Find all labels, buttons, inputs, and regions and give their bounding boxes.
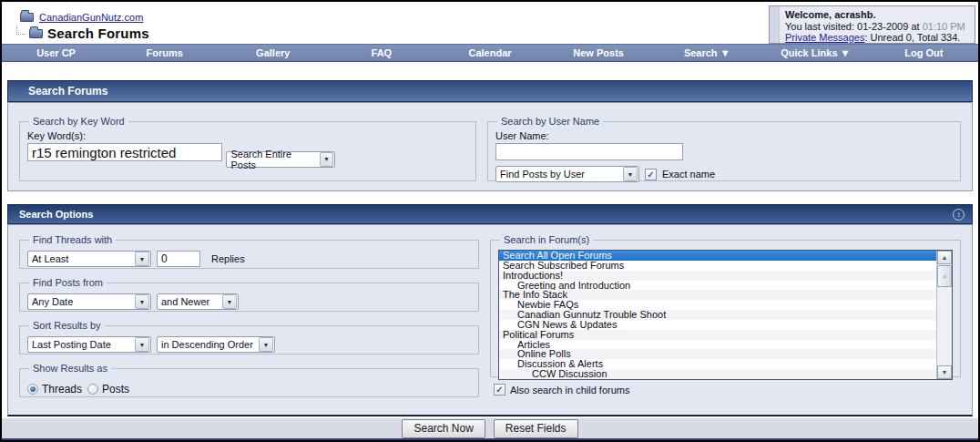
top-header: CanadianGunNutz.com Search Forums Welcom… [2, 2, 978, 44]
radio-label: Threads [42, 383, 82, 396]
scroll-up-icon[interactable]: ▲ [937, 251, 952, 264]
breadcrumb: CanadianGunNutz.com [20, 12, 143, 23]
chevron-down-icon: ▼ [135, 252, 149, 266]
show-results-fieldset: Show Results as Threads Posts [19, 363, 479, 397]
site-home-link[interactable]: CanadianGunNutz.com [39, 12, 143, 23]
tree-connector-icon [16, 26, 25, 35]
private-messages-link[interactable]: Private Messages [785, 32, 864, 43]
main-navbar: User CPForumsGalleryFAQCalendarNew Posts… [2, 44, 978, 62]
sort-results-fieldset: Sort Results by Last Posting Date ▼ in D… [19, 320, 479, 355]
scrollbar-thumb[interactable]: ≡ [937, 265, 952, 287]
child-forums-label: Also search in child forums [510, 385, 629, 396]
replies-count-input[interactable] [157, 251, 200, 267]
forum-list-item[interactable]: Political Forums [499, 330, 936, 340]
nav-item[interactable]: Quick Links ▼ [761, 47, 870, 58]
forum-list-item[interactable]: CCW Discussion [499, 369, 936, 379]
exact-name-label: Exact name [662, 169, 715, 180]
username-label: User Name: [495, 130, 953, 141]
sort-field-select[interactable]: Last Posting Date ▼ [27, 336, 151, 353]
find-threads-legend: Find Threads with [29, 234, 116, 245]
search-scope-select[interactable]: Search Entire Posts ▼ [226, 151, 335, 168]
sort-field-value: Last Posting Date [32, 339, 111, 350]
welcome-box-strip [770, 6, 780, 43]
find-posts-from-legend: Find Posts from [29, 277, 107, 288]
nav-item[interactable]: Gallery [219, 47, 327, 58]
user-search-mode-select[interactable]: Find Posts by User ▼ [495, 166, 639, 182]
forum-listbox: Search All Open ForumsSearch Subscribed … [498, 250, 953, 380]
find-threads-fieldset: Find Threads with At Least ▼ Replies [19, 234, 479, 269]
last-visited-text: You last visited: 01-23-2009 at [785, 21, 920, 32]
nav-item[interactable]: Search ▼ [653, 47, 761, 58]
forum-list-item[interactable]: Introductions! [499, 271, 936, 281]
chevron-down-icon: ▼ [623, 167, 638, 181]
forum-list-scrollbar[interactable]: ▲ ≡ ▼ [936, 251, 952, 379]
show-results-radio[interactable] [87, 384, 98, 395]
search-criteria-panel: Search by Key Word Key Word(s): Search E… [7, 102, 973, 191]
keyword-fieldset: Search by Key Word Key Word(s): Search E… [19, 116, 476, 181]
search-in-forums-fieldset: Search in Forum(s) Search All Open Forum… [490, 234, 961, 377]
welcome-box: Welcome, acrashb. You last visited: 01-2… [769, 5, 975, 44]
date-range-value: Any Date [32, 296, 73, 307]
username-input[interactable] [495, 143, 683, 160]
forum-list-item[interactable]: CGN News & Updates [499, 320, 936, 330]
chevron-down-icon: ▼ [320, 152, 334, 167]
forum-list-item[interactable]: Discussion & Alerts [499, 359, 936, 369]
search-scope-value: Search Entire Posts [230, 149, 318, 170]
nav-item[interactable]: New Posts [545, 47, 653, 58]
nav-item[interactable]: Log Out [870, 47, 978, 58]
nav-item[interactable]: User CP [2, 47, 110, 58]
last-visited-time: 01:10 PM [923, 21, 965, 32]
search-forums-page: CanadianGunNutz.com Search Forums Welcom… [0, 0, 980, 442]
date-direction-value: and Newer [161, 296, 209, 307]
chevron-down-icon: ▼ [259, 337, 273, 352]
keyword-legend: Search by Key Word [29, 116, 128, 127]
section-title: Search Forums [28, 85, 107, 98]
section-title: Search Options [19, 209, 93, 220]
forum-list-item[interactable]: Search Subscribed Forums [499, 261, 936, 271]
reset-fields-button[interactable]: Reset Fields [494, 419, 578, 438]
child-forums-checkbox[interactable]: ✓ [494, 384, 505, 396]
sort-results-legend: Sort Results by [29, 320, 105, 331]
sort-order-select[interactable]: in Descending Order ▼ [157, 336, 275, 353]
scroll-down-icon[interactable]: ▼ [937, 365, 952, 379]
show-results-legend: Show Results as [29, 363, 111, 374]
search-forums-section-header: Search Forums [7, 80, 973, 102]
find-posts-from-fieldset: Find Posts from Any Date ▼ and Newer ▼ [19, 277, 479, 312]
nav-item[interactable]: Calendar [435, 47, 544, 58]
username-fieldset: Search by User Name User Name: Find Post… [487, 116, 961, 181]
folder-icon [20, 13, 34, 22]
forum-list-item[interactable]: Canadian Gunnutz Trouble Shoot [499, 310, 936, 320]
replies-quantifier-value: At Least [32, 253, 68, 264]
replies-quantifier-select[interactable]: At Least ▼ [27, 251, 151, 267]
date-direction-select[interactable]: and Newer ▼ [157, 293, 239, 310]
username-legend: Search by User Name [497, 116, 603, 127]
open-folder-icon [29, 29, 43, 38]
pm-status: : Unread 0, Total 334. [864, 32, 960, 43]
chevron-down-icon: ▼ [222, 294, 237, 309]
keyword-label: Key Word(s): [27, 130, 468, 141]
nav-item[interactable]: FAQ [327, 47, 435, 58]
nav-item[interactable]: Forums [110, 47, 219, 58]
forum-list-item[interactable]: Articles [499, 340, 936, 350]
forum-list-item[interactable]: Search All Open Forums [499, 251, 936, 261]
radio-label: Posts [102, 383, 129, 396]
date-range-select[interactable]: Any Date ▼ [27, 293, 151, 310]
forum-list-item[interactable]: Newbie FAQs [499, 300, 936, 310]
forum-list-item[interactable]: Greeting and Introduction [499, 281, 936, 291]
collapse-section-icon[interactable]: ↕ [953, 209, 965, 221]
search-in-forums-legend: Search in Forum(s) [500, 234, 593, 245]
forum-list-item[interactable]: Online Polls [499, 349, 936, 359]
sort-order-value: in Descending Order [161, 339, 253, 350]
forum-list-item[interactable]: The Info Stack [499, 290, 936, 300]
page-title: Search Forums [47, 26, 149, 41]
bottom-bar [2, 438, 978, 441]
search-now-button[interactable]: Search Now [402, 419, 485, 438]
search-options-section-header: Search Options ↕ [7, 204, 973, 224]
welcome-greeting: Welcome, acrashb. [785, 9, 875, 20]
keyword-input[interactable] [27, 143, 222, 161]
user-search-mode-value: Find Posts by User [500, 169, 585, 180]
chevron-down-icon: ▼ [135, 337, 149, 352]
show-results-radio[interactable] [27, 384, 38, 395]
exact-name-checkbox[interactable]: ✓ [645, 169, 657, 180]
footer-actions: Search Now Reset Fields [2, 418, 978, 438]
